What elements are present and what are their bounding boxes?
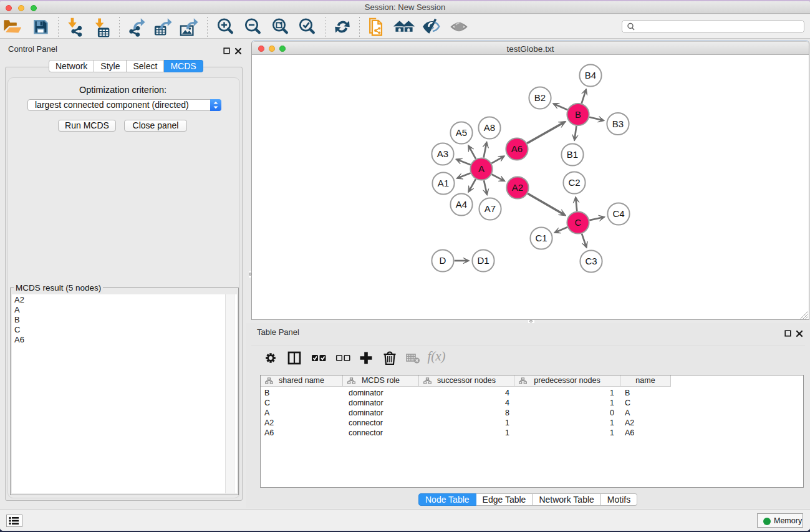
svg-text:A4: A4 bbox=[456, 199, 467, 210]
svg-text:A6: A6 bbox=[511, 143, 523, 154]
svg-text:D1: D1 bbox=[477, 255, 489, 266]
svg-text:C1: C1 bbox=[535, 233, 547, 243]
svg-text:B1: B1 bbox=[567, 149, 578, 160]
svg-text:A: A bbox=[478, 163, 485, 174]
svg-text:A3: A3 bbox=[437, 148, 448, 159]
svg-text:A2: A2 bbox=[512, 182, 523, 193]
svg-text:A5: A5 bbox=[456, 127, 467, 138]
svg-text:B: B bbox=[575, 109, 581, 120]
svg-text:D: D bbox=[440, 255, 446, 266]
svg-text:C4: C4 bbox=[612, 208, 624, 219]
svg-text:A1: A1 bbox=[438, 178, 449, 188]
svg-text:B2: B2 bbox=[534, 92, 546, 103]
svg-text:C2: C2 bbox=[568, 177, 580, 188]
svg-text:A7: A7 bbox=[485, 203, 496, 214]
svg-text:A8: A8 bbox=[484, 122, 495, 133]
svg-text:C3: C3 bbox=[585, 256, 597, 266]
svg-text:B3: B3 bbox=[612, 118, 624, 129]
svg-text:C: C bbox=[575, 217, 582, 228]
svg-text:B4: B4 bbox=[585, 70, 596, 80]
